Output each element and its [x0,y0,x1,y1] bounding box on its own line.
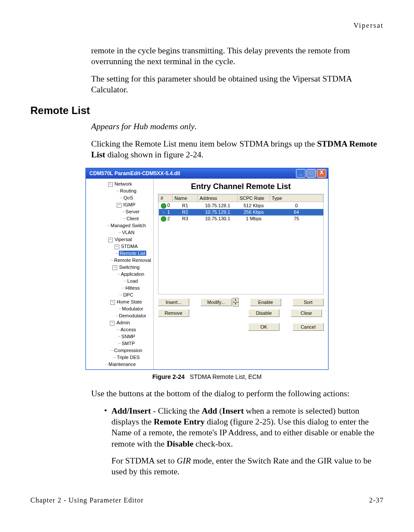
nav-tree[interactable]: −Network┈Routing┈QoS−IGMP┈Server┈Client┈… [86,179,154,369]
tree-node[interactable]: ┈Server [88,208,152,215]
bullet-text: Add/Insert - Clicking the Add (Insert wh… [112,405,379,477]
spinner-down-icon[interactable]: ▾ [233,302,239,307]
tree-line-icon: ┈ [118,229,122,236]
minimize-button[interactable]: _ [296,169,306,178]
table-row[interactable]: 0R110.75.128.1512 Kbps0 [159,202,323,209]
column-header[interactable]: Name [173,195,198,202]
tree-node[interactable]: ┈Routing [88,187,152,194]
tree-expander-icon[interactable]: − [117,203,122,208]
b-paren: ( [217,406,222,415]
tree-expander-icon[interactable]: − [110,321,115,326]
tree-line-icon: ┈ [119,194,123,201]
ok-button[interactable]: OK [248,323,279,331]
tree-node[interactable]: ┈Modulator [88,305,152,312]
button-row-2: Remove Disable Clear [158,309,324,317]
tree-node[interactable]: ┈Maintenance [88,361,152,368]
table-row[interactable]: 2R310.75.130.11 Mbps75 [159,215,323,222]
maximize-button[interactable]: □ [306,169,316,178]
enable-button[interactable]: Enable [250,298,281,306]
tree-node[interactable]: ┈Access [88,326,152,333]
tree-label: Vipersat [115,237,132,242]
tree-expander-icon[interactable]: − [115,245,119,249]
figure-2-24: CDM570L ParamEdit-CDM5XX-5.4.dll _ □ X −… [30,168,384,370]
tree-node[interactable]: −Admin [88,319,152,326]
tree-line-icon: ┈ [123,277,127,284]
para-3c: dialog shown in figure 2-24. [105,150,204,159]
tree-label: Maintenance [108,362,136,367]
column-header[interactable]: Address [198,195,238,202]
tree-node[interactable]: −Network [88,180,152,187]
window-titlebar[interactable]: CDM570L ParamEdit-CDM5XX-5.4.dll _ □ X [86,168,328,179]
modify-spinner[interactable]: ▴▾ [233,298,239,307]
disable-button[interactable]: Disable [248,309,279,317]
insert-button[interactable]: Insert... [158,298,189,306]
tree-expander-icon[interactable]: − [110,300,115,305]
tree-node[interactable]: ┈SMTP [88,340,152,347]
tree-line-icon: ┈ [115,250,119,257]
figure-caption: Figure 2-24 STDMA Remote List, ECM [30,373,384,380]
tree-label: SMTP [122,341,135,346]
cancel-button[interactable]: Cancel [292,323,324,331]
spinner-up-icon[interactable]: ▴ [233,298,239,302]
tree-label: Application [121,271,145,277]
table-row[interactable]: 1R210.75.129.1256 Kbps64 [159,209,323,215]
tree-node[interactable]: −Home State [88,298,152,305]
tree-node[interactable]: ┈Client [88,215,152,222]
figure-caption-text: STDMA Remote List, ECM [190,373,262,380]
modify-button[interactable]: Modify... [200,298,232,306]
tree-line-icon: ┈ [121,208,125,215]
panel-heading: Entry Channel Remote List [158,182,324,191]
para-2: The setting for this parameter should be… [91,73,384,95]
sort-button[interactable]: Sort [292,298,324,306]
tree-node[interactable]: ┈Remote Removal [88,257,152,264]
b-insert: Insert [222,406,244,415]
tree-node[interactable]: −IGMP [88,201,152,208]
column-header[interactable]: # [159,195,173,202]
tree-label: Remote List [119,251,146,256]
tree-label: Remote Removal [114,258,151,263]
section-heading-remote-list: Remote List [30,104,384,117]
tree-line-icon: ┈ [106,222,111,229]
tree-line-icon: ┈ [116,187,120,194]
clear-button[interactable]: Clear [291,309,322,317]
tree-node[interactable]: ┈Application [88,271,152,277]
tree-node[interactable]: ┈Managed Switch [88,222,152,229]
tree-node[interactable]: ┈QoS [88,194,152,201]
tree-node[interactable]: ┈Demodulator [88,312,152,319]
column-header[interactable]: Type [270,195,323,202]
hub-only-note: Appears for Hub modems only. [91,121,384,132]
tree-node[interactable]: ┈Hitless [88,284,152,291]
tree-node[interactable]: −Switching [88,264,152,271]
tree-node[interactable]: ┈Load [88,277,152,284]
tree-label: Triple DES [117,355,140,360]
sub-t1: For STDMA set to [112,456,177,465]
remote-list-view[interactable]: #NameAddressSCPC RateType 0R110.75.128.1… [158,194,324,294]
remove-button[interactable]: Remove [158,309,189,317]
tree-node[interactable]: ┈VLAN [88,229,152,236]
tree-expander-icon[interactable]: − [108,238,113,242]
tree-label: Routing [120,188,137,193]
tree-label: Managed Switch [111,223,146,228]
tree-label: Home State [117,299,142,304]
tree-label: Network [115,181,132,186]
tree-node[interactable]: −STDMA [88,243,152,250]
tree-label: Access [121,327,136,332]
tree-label: STDMA [121,244,138,249]
tree-line-icon: ┈ [117,340,122,347]
tree-node[interactable]: −Vipersat [88,236,152,243]
figure-label: Figure 2-24 [152,373,185,380]
tree-expander-icon[interactable]: − [108,182,113,187]
tree-node[interactable]: ┈Compression [88,347,152,354]
hub-only-text: Appears for Hub modems only [91,122,194,131]
tree-node[interactable]: ┈SNMP [88,333,152,340]
tree-node[interactable]: ┈Triple DES [88,354,152,361]
tree-node[interactable]: ┈DPC [88,291,152,298]
tree-label: VLAN [122,230,135,235]
tree-expander-icon[interactable]: − [112,265,117,270]
status-dot-icon [161,216,166,222]
tree-line-icon: ┈ [117,333,122,340]
close-button[interactable]: X [317,169,326,178]
tree-node[interactable]: ┈Remote List [88,250,152,257]
column-header[interactable]: SCPC Rate [238,195,270,202]
modify-group: Modify... ▴▾ [200,298,239,307]
